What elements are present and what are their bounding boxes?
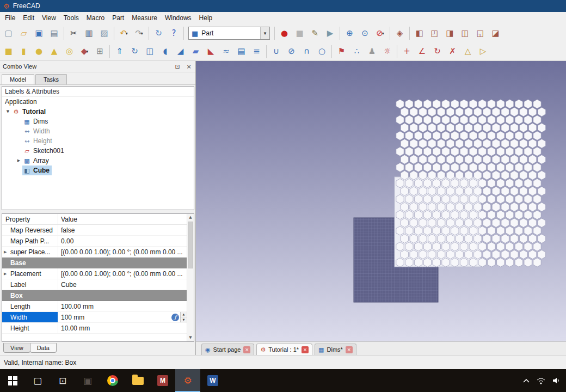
refine-shape-button[interactable]: ♟: [365, 44, 379, 59]
macro-stop-button[interactable]: ■: [292, 26, 307, 41]
view-axonometric-button[interactable]: ◈: [392, 26, 407, 41]
tab-close-button[interactable]: ×: [302, 346, 309, 353]
measure-clear-all-button[interactable]: ✗: [445, 44, 460, 59]
redo-button[interactable]: ↷▾: [132, 26, 146, 41]
volume-icon[interactable]: [552, 377, 561, 384]
extrude-button[interactable]: ⇑: [112, 44, 127, 59]
freecad-button[interactable]: ⚙: [175, 369, 200, 392]
photos-button[interactable]: ▣: [75, 369, 100, 392]
view-bottom-button[interactable]: ◱: [473, 26, 488, 41]
value-spinner[interactable]: ▲▼: [180, 312, 187, 322]
expression-editor-icon[interactable]: ƒ: [171, 314, 179, 321]
workbench-dropdown-arrow[interactable]: ▾: [260, 27, 269, 39]
document-tab-tutorial-1[interactable]: ⚙Tutorial : 1*×: [256, 344, 312, 355]
part-box-button[interactable]: ■: [1, 44, 16, 59]
open-file-button[interactable]: ▱: [16, 26, 31, 41]
sweep-button[interactable]: ≈: [219, 44, 233, 59]
spin-down-button[interactable]: ▼: [181, 317, 187, 323]
start-button[interactable]: [0, 369, 25, 392]
fillet-button[interactable]: ◖: [158, 44, 173, 59]
property-row-height[interactable]: Height10.00 mm: [2, 323, 187, 334]
file-explorer-button[interactable]: [125, 369, 150, 392]
loft-button[interactable]: ◣: [204, 44, 218, 59]
tab-close-button[interactable]: ×: [243, 346, 250, 353]
document-tab-start-page[interactable]: ◉Start page×: [201, 344, 254, 355]
view-top-button[interactable]: ◰: [427, 26, 442, 41]
3d-view-area[interactable]: [196, 61, 566, 341]
property-row-length[interactable]: Length100.00 mm: [2, 301, 187, 312]
undo-button[interactable]: ↶▾: [116, 26, 131, 41]
application-root[interactable]: Application: [2, 97, 194, 107]
menu-file[interactable]: File: [1, 13, 19, 23]
measure-refresh-button[interactable]: ↻: [430, 44, 445, 59]
property-row-map-path-p[interactable]: Map Path P...0.00: [2, 236, 187, 247]
print-button[interactable]: ▤: [47, 26, 61, 41]
mirror-button[interactable]: ◫: [143, 44, 157, 59]
cross-sections-button[interactable]: ≡: [249, 44, 264, 59]
section-button[interactable]: ▤: [234, 44, 249, 59]
cut-button[interactable]: ✂: [66, 26, 81, 41]
zoom-selection-button[interactable]: ⊙: [358, 26, 372, 41]
chrome-button[interactable]: [100, 369, 125, 392]
boolean-common-button[interactable]: ∩: [299, 44, 314, 59]
panel-float-button[interactable]: ⊡: [174, 63, 181, 70]
tree-item-width[interactable]: ↔Width: [2, 126, 194, 136]
macro-record-button[interactable]: ●: [277, 26, 292, 41]
draw-style-button[interactable]: ⊘▾: [373, 26, 387, 41]
view-front-button[interactable]: ◧: [412, 26, 427, 41]
property-row-label[interactable]: LabelCube: [2, 279, 187, 290]
scrollbar-thumb[interactable]: [188, 222, 193, 268]
3d-viewport[interactable]: [196, 61, 566, 341]
menu-windows[interactable]: Windows: [161, 13, 195, 23]
refresh-button[interactable]: ↻: [151, 26, 166, 41]
menu-help[interactable]: Help: [195, 13, 217, 23]
property-row-width[interactable]: Width100 mmƒ▲▼: [2, 312, 187, 323]
zoom-fit-all-button[interactable]: ⊕: [342, 26, 357, 41]
view-right-button[interactable]: ◨: [442, 26, 457, 41]
menu-measure[interactable]: Measure: [128, 13, 161, 23]
revolve-button[interactable]: ↻: [127, 44, 142, 59]
tree-item-dims[interactable]: ▦Dims: [2, 117, 194, 126]
property-row-super-place[interactable]: ▶super Place...[(0.00 0.00 1.00); 0.00 °…: [2, 247, 187, 258]
view-left-button[interactable]: ◪: [488, 26, 503, 41]
measure-angular-button[interactable]: ∠: [415, 44, 429, 59]
store-button[interactable]: ⊡: [50, 369, 75, 392]
view-rear-button[interactable]: ◫: [458, 26, 472, 41]
task-view-button[interactable]: ▢: [25, 369, 50, 392]
part-primitives-button[interactable]: ◆▾: [77, 44, 92, 59]
macro-edit-button[interactable]: ✎: [307, 26, 322, 41]
menu-edit[interactable]: Edit: [19, 13, 38, 23]
tree-item-height[interactable]: ↔Height: [2, 136, 194, 146]
macro-play-button[interactable]: ▶: [323, 26, 337, 41]
menu-view[interactable]: View: [38, 13, 60, 23]
paste-button[interactable]: ▨: [97, 26, 112, 41]
boolean-operation-button[interactable]: ○: [315, 44, 329, 59]
property-row-map-reversed[interactable]: Map Reversedfalse: [2, 225, 187, 236]
menu-macro[interactable]: Macro: [83, 13, 108, 23]
word-button[interactable]: W: [200, 369, 225, 392]
workbench-selector[interactable]: ■Part▾: [188, 27, 270, 40]
chamfer-button[interactable]: ◢: [173, 44, 188, 59]
panel-close-button[interactable]: ×: [185, 63, 193, 70]
menu-part[interactable]: Part: [108, 13, 128, 23]
scroll-up-button[interactable]: ▲: [187, 214, 194, 221]
expander-icon[interactable]: ▶: [4, 272, 7, 276]
part-cone-button[interactable]: ▲: [47, 44, 61, 59]
shape-builder-button[interactable]: ⊞: [93, 44, 107, 59]
check-geometry-button[interactable]: ⚑: [334, 44, 349, 59]
chevron-right-icon[interactable]: ▶: [15, 158, 22, 163]
menu-tools[interactable]: Tools: [60, 13, 83, 23]
tree-item-sketch001[interactable]: ▱Sketch001: [2, 146, 194, 156]
part-torus-button[interactable]: ◎: [62, 44, 77, 59]
new-file-button[interactable]: ▢: [1, 26, 16, 41]
boolean-union-button[interactable]: ∪: [269, 44, 284, 59]
tree-item-array[interactable]: ▶▩Array: [2, 156, 194, 166]
measure-toggle-delta-button[interactable]: ▷: [476, 44, 490, 59]
mail-button[interactable]: M: [150, 369, 175, 392]
network-icon[interactable]: [537, 377, 545, 384]
save-button[interactable]: ▣: [32, 26, 46, 41]
measure-toggle-3d-button[interactable]: △: [460, 44, 475, 59]
scroll-down-button[interactable]: ▼: [187, 334, 194, 341]
tree-item-tutorial[interactable]: ▼⚙Tutorial: [2, 107, 194, 117]
tab-view[interactable]: View: [3, 343, 30, 353]
